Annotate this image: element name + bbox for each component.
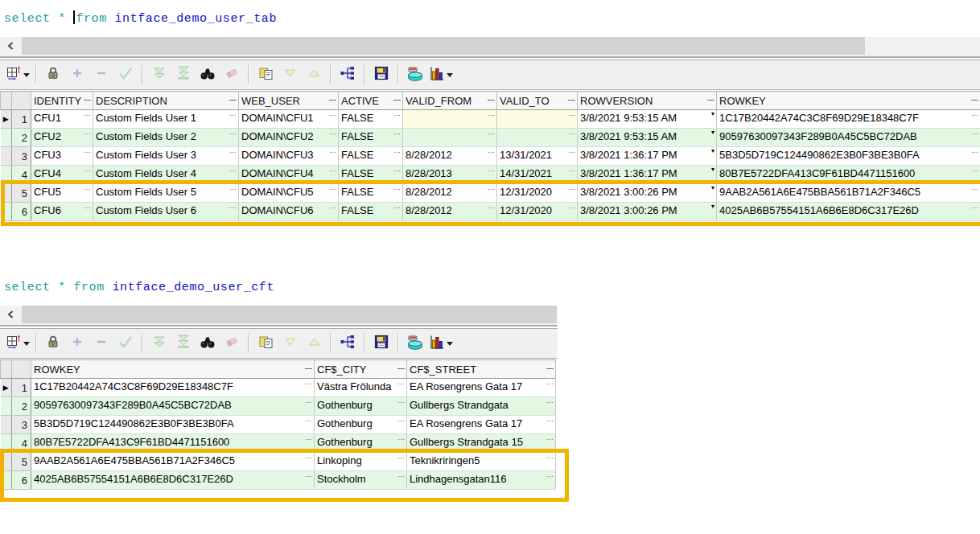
- grid-cell[interactable]: Lindhagensgatan116…: [407, 471, 556, 490]
- cell-ellipsis-button[interactable]: …: [393, 184, 401, 192]
- cell-ellipsis-button[interactable]: …: [568, 203, 575, 211]
- cell-ellipsis-button[interactable]: …: [393, 110, 401, 118]
- row-number[interactable]: 5: [12, 453, 31, 471]
- grid-cell[interactable]: Västra Frölunda…: [315, 379, 407, 397]
- row-number[interactable]: 3: [12, 147, 31, 166]
- cell-ellipsis-button[interactable]: …: [305, 379, 312, 387]
- grid-cell[interactable]: 8/28/2012…: [403, 184, 497, 203]
- cell-ellipsis-button[interactable]: …: [568, 129, 575, 137]
- cell-ellipsis-button[interactable]: …: [568, 147, 575, 155]
- cell-ellipsis-button[interactable]: …: [488, 147, 495, 155]
- cell-ellipsis-button[interactable]: …: [305, 453, 312, 461]
- grid-cell[interactable]: Gothenburg…: [315, 434, 407, 453]
- cell-ellipsis-button[interactable]: …: [229, 147, 237, 155]
- copy-notes-button[interactable]: [253, 64, 278, 86]
- cell-ellipsis-button[interactable]: …: [305, 397, 312, 405]
- grid-cell[interactable]: FALSE…: [339, 203, 403, 221]
- column-header-valid-to[interactable]: VALID_TO: [497, 92, 578, 110]
- cell-ellipsis-button[interactable]: …: [546, 453, 554, 461]
- cell-ellipsis-button[interactable]: …: [329, 110, 336, 118]
- grid-row-3[interactable]: 3CFU3…Custom Fields User 3…DOMAIN\CFU3…F…: [1, 147, 980, 166]
- grid-cell[interactable]: EA Rosengrens Gata 17…: [407, 416, 556, 434]
- grid-row-4[interactable]: 480B7E5722DFA413C9F61BD4471151600…Gothen…: [1, 434, 556, 453]
- row-number[interactable]: 6: [12, 203, 31, 221]
- column-header-cf-street[interactable]: CF$_STREET: [407, 360, 556, 379]
- cell-ellipsis-button[interactable]: …: [229, 129, 237, 137]
- export-data-button[interactable]: [403, 64, 427, 86]
- grid-cell[interactable]: 3/8/2021 9:53:15 AM▾: [578, 129, 717, 147]
- column-header-web-user[interactable]: WEB_USER: [239, 92, 339, 110]
- column-header-cf-city[interactable]: CF$_CITY: [315, 360, 407, 379]
- cell-ellipsis-button[interactable]: …: [397, 434, 405, 442]
- grid-cell[interactable]: 3/8/2021 3:00:26 PM▾: [578, 203, 717, 221]
- grid-cell[interactable]: 3/8/2021 1:36:17 PM▾: [578, 147, 717, 166]
- cell-dropdown-button[interactable]: ▾: [711, 129, 714, 137]
- dropdown-arrow-icon[interactable]: [447, 73, 453, 77]
- column-header-active[interactable]: ACTIVE: [339, 92, 403, 110]
- cell-ellipsis-button[interactable]: …: [568, 166, 575, 174]
- row-number[interactable]: 4: [12, 434, 31, 453]
- cell-dropdown-button[interactable]: ▾: [711, 166, 714, 174]
- grid-row-5[interactable]: 5CFU5…Custom Fields User 5…DOMAIN\CFU5…F…: [1, 184, 980, 203]
- grid-cell[interactable]: DOMAIN\CFU3…: [239, 147, 339, 166]
- grid-cell[interactable]: 4025AB6B57554151A6B6E8D6C317E26D…: [717, 203, 980, 221]
- grid-cell[interactable]: Custom Fields User 6…: [93, 203, 239, 221]
- column-resize-grip[interactable]: [488, 100, 495, 101]
- save-button[interactable]: [369, 64, 393, 86]
- cell-ellipsis-button[interactable]: …: [488, 129, 495, 137]
- grid-row-4[interactable]: 4CFU4…Custom Fields User 4…DOMAIN\CFU4…F…: [1, 166, 980, 184]
- grid-cell[interactable]: Custom Fields User 5…: [93, 184, 239, 203]
- row-number[interactable]: 6: [12, 471, 31, 490]
- scroll-left-button[interactable]: [0, 37, 21, 55]
- cell-ellipsis-button[interactable]: …: [229, 110, 237, 118]
- column-resize-grip[interactable]: [568, 100, 575, 101]
- grid-cell[interactable]: 80B7E5722DFA413C9F61BD4471151600…: [31, 434, 315, 453]
- grid-cell[interactable]: 3/8/2021 9:53:15 AM▾: [578, 110, 717, 129]
- cell-dropdown-button[interactable]: ▾: [711, 110, 714, 118]
- cell-ellipsis-button[interactable]: …: [397, 453, 405, 461]
- grid-cell[interactable]: 4025AB6B57554151A6B6E8D6C317E26D…: [31, 471, 315, 490]
- data-tree-button[interactable]: [336, 64, 360, 86]
- grid-row-3[interactable]: 35B3D5D719C124490862E3B0F3BE3B0FA…Gothen…: [1, 416, 556, 434]
- cell-ellipsis-button[interactable]: …: [568, 184, 575, 192]
- cell-ellipsis-button[interactable]: …: [84, 166, 91, 174]
- grid-cell[interactable]: Stockholm…: [315, 471, 407, 490]
- cell-ellipsis-button[interactable]: …: [546, 397, 554, 405]
- grid-cell[interactable]: 90597630097343F289B0A45C5BC72DAB…: [31, 397, 315, 416]
- grid-cell[interactable]: DOMAIN\CFU6…: [239, 203, 339, 221]
- cell-ellipsis-button[interactable]: …: [971, 203, 978, 211]
- cell-ellipsis-button[interactable]: …: [305, 471, 312, 479]
- cell-ellipsis-button[interactable]: …: [84, 147, 91, 155]
- cell-ellipsis-button[interactable]: …: [971, 184, 978, 192]
- row-number[interactable]: 2: [12, 397, 31, 416]
- grid-cell[interactable]: Linkoping…: [315, 453, 407, 471]
- grid-cell[interactable]: 90597630097343F289B0A45C5BC72DAB…: [717, 129, 980, 147]
- cell-ellipsis-button[interactable]: …: [568, 110, 575, 118]
- grid-row-6[interactable]: 64025AB6B57554151A6B6E8D6C317E26D…Stockh…: [1, 471, 556, 490]
- column-header-rowkey[interactable]: ROWKEY: [717, 92, 980, 110]
- cell-ellipsis-button[interactable]: …: [329, 166, 336, 174]
- cell-ellipsis-button[interactable]: …: [971, 129, 978, 137]
- grid-cell[interactable]: CFU1…: [31, 110, 93, 129]
- cell-dropdown-button[interactable]: ▾: [711, 203, 714, 211]
- grid-cell[interactable]: FALSE…: [339, 184, 403, 203]
- grid-view-button[interactable]: [5, 64, 31, 86]
- sql-editor-line[interactable]: select * from intface_demo_user_cft: [4, 281, 274, 294]
- column-resize-grip[interactable]: [229, 100, 237, 101]
- cell-ellipsis-button[interactable]: …: [84, 110, 91, 118]
- cell-dropdown-button[interactable]: ▾: [711, 147, 714, 155]
- cell-ellipsis-button[interactable]: …: [84, 184, 91, 192]
- grid-cell[interactable]: 1C17B20442A74C3C8F69D29E18348C7F…: [717, 110, 980, 129]
- cell-ellipsis-button[interactable]: …: [229, 203, 237, 211]
- grid-row-1[interactable]: ▶1CFU1…Custom Fields User 1…DOMAIN\CFU1……: [1, 110, 980, 129]
- cell-ellipsis-button[interactable]: …: [229, 184, 237, 192]
- grid-cell[interactable]: DOMAIN\CFU4…: [239, 166, 339, 184]
- grid-cell[interactable]: Custom Fields User 2…: [93, 129, 239, 147]
- grid-cell[interactable]: 3/8/2021 3:00:26 PM▾: [578, 184, 717, 203]
- grid-cell[interactable]: Gullbergs Strandgata…: [407, 397, 556, 416]
- grid-row-2[interactable]: 2CFU2…Custom Fields User 2…DOMAIN\CFU2…F…: [1, 129, 980, 147]
- grid-cell[interactable]: 5B3D5D719C124490862E3B0F3BE3B0FA…: [717, 147, 980, 166]
- grid-cell[interactable]: CFU6…: [31, 203, 93, 221]
- grid-row-5[interactable]: 59AAB2A561A6E475BBA561B71A2F346C5…Linkop…: [1, 453, 556, 471]
- export-data-button[interactable]: [403, 332, 427, 355]
